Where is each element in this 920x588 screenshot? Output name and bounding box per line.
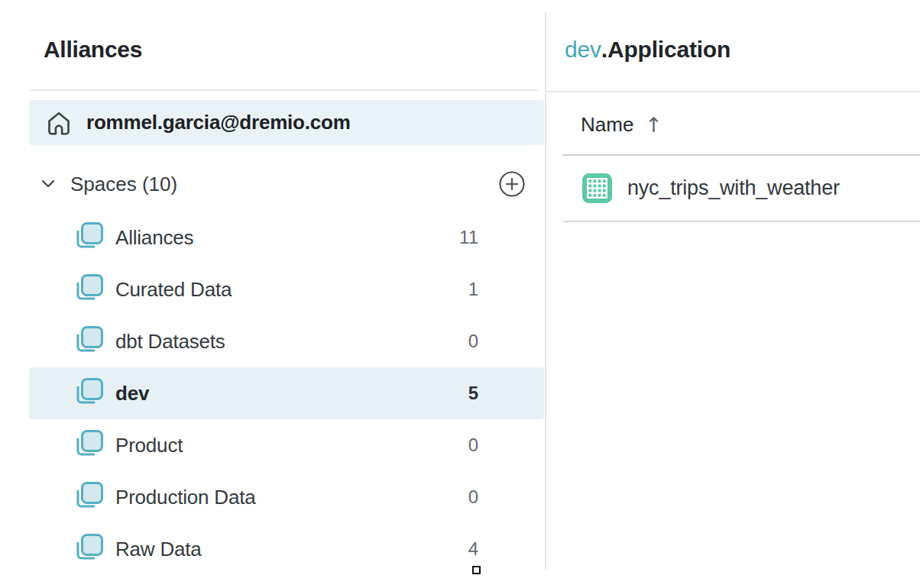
space-item-label: dev — [115, 382, 149, 405]
space-icon — [73, 324, 105, 359]
sidebar-item-raw-data[interactable]: Raw Data 4 — [29, 523, 544, 575]
page-title: Application — [607, 37, 730, 62]
sidebar-title: Alliances — [44, 37, 142, 63]
column-header-label: Name — [581, 113, 633, 137]
chevron-down-icon[interactable] — [39, 176, 57, 192]
spaces-list: Alliances 11 Curated Data 1 dbt Datasets — [29, 212, 544, 575]
breadcrumb: dev.Application — [565, 37, 730, 63]
space-item-count: 0 — [468, 435, 478, 456]
space-item-label: Product — [115, 434, 183, 457]
add-space-button[interactable] — [498, 170, 526, 198]
space-icon — [73, 272, 105, 307]
home-item-label: rommel.garcia@dremio.com — [86, 111, 351, 134]
table-row[interactable]: nyc_trips_with_weather — [563, 156, 920, 221]
home-icon — [44, 108, 73, 137]
dataset-table-icon — [581, 173, 613, 204]
divider — [545, 91, 920, 92]
space-item-label: Curated Data — [115, 278, 232, 302]
space-icon — [73, 220, 105, 255]
spaces-section-header[interactable]: Spaces (10) — [29, 165, 544, 203]
sidebar-item-alliances[interactable]: Alliances 11 — [29, 212, 544, 263]
dataset-name: nyc_trips_with_weather — [627, 176, 840, 200]
space-item-count: 11 — [459, 227, 478, 248]
divider — [29, 89, 539, 91]
space-icon — [73, 376, 105, 411]
space-item-label: Production Data — [115, 486, 255, 509]
space-item-count: 0 — [468, 486, 478, 508]
space-item-count: 5 — [468, 383, 478, 404]
sidebar-item-production-data[interactable]: Production Data 0 — [29, 471, 544, 523]
sidebar-item-curated-data[interactable]: Curated Data 1 — [29, 263, 544, 315]
column-header-name[interactable]: Name ↑ — [581, 113, 662, 137]
space-item-label: Raw Data — [115, 538, 202, 561]
space-icon — [73, 531, 105, 567]
space-icon — [73, 428, 105, 463]
spaces-section-label: Spaces (10) — [70, 173, 177, 196]
arrow-up-icon: ↑ — [645, 113, 662, 137]
breadcrumb-space-link[interactable]: dev — [565, 37, 601, 62]
sidebar-item-product[interactable]: Product 0 — [29, 419, 544, 471]
sidebar-item-dev[interactable]: dev 5 — [29, 367, 544, 419]
breadcrumb-separator: . — [601, 37, 607, 62]
sidebar-item-dbt-datasets[interactable]: dbt Datasets 0 — [29, 315, 544, 367]
space-item-label: Alliances — [115, 226, 193, 250]
space-item-label: dbt Datasets — [115, 330, 225, 354]
stray-glyph-box — [472, 566, 481, 574]
home-item[interactable]: rommel.garcia@dremio.com — [29, 100, 544, 145]
sidebar-panel: Alliances rommel.garcia@dremio.com Space… — [0, 0, 545, 588]
main-panel — [546, 0, 920, 588]
space-item-count: 1 — [468, 279, 478, 300]
space-item-count: 0 — [468, 331, 478, 352]
space-item-count: 4 — [468, 538, 478, 560]
divider — [563, 221, 920, 222]
space-icon — [73, 480, 105, 515]
plus-circle-icon — [498, 170, 526, 198]
